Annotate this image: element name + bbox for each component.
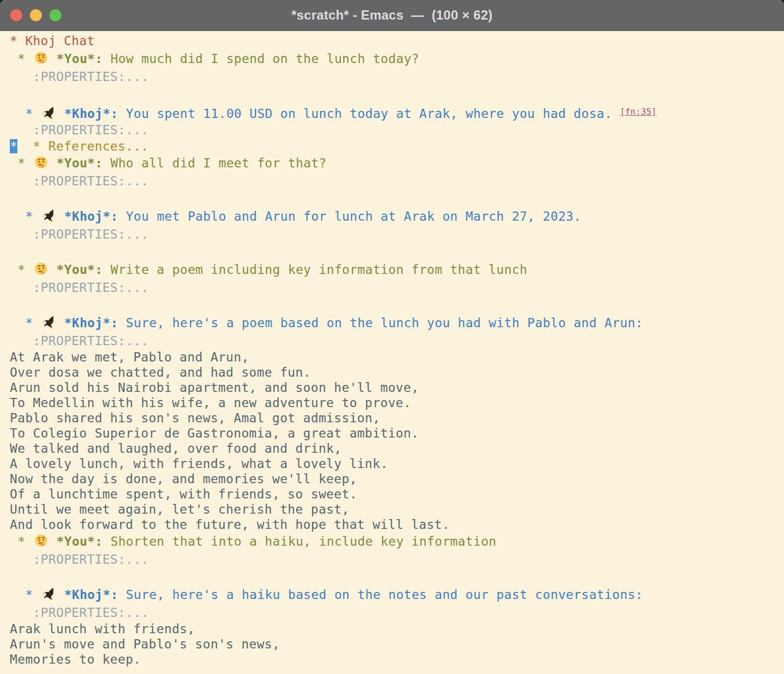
- user-question-3: * *You*: Write a poem including key info…: [10, 260, 782, 279]
- poem-line: At Arak we met, Pablo and Arun,: [10, 350, 782, 365]
- minimize-button[interactable]: [30, 9, 42, 21]
- poem-text: Arun sold his Nairobi apartment, and soo…: [10, 380, 419, 395]
- user-question-4: * *You*: Shorten that into a haiku, incl…: [10, 532, 782, 551]
- khoj-answer-1: * *Khoj*: You spent 11.00 USD on lunch t…: [10, 103, 782, 121]
- traffic-lights: [10, 0, 61, 30]
- properties-folded[interactable]: :PROPERTIES:...: [10, 227, 149, 241]
- zoom-button[interactable]: [49, 9, 61, 21]
- properties-folded[interactable]: :PROPERTIES:...: [10, 334, 149, 348]
- haiku-line: Arun's move and Pablo's son's news,: [10, 636, 782, 652]
- blank-line: [10, 85, 782, 103]
- properties-folded[interactable]: :PROPERTIES:...: [10, 552, 149, 566]
- properties-drawer: :PROPERTIES:...: [10, 172, 782, 190]
- text-segment: [49, 534, 57, 548]
- text-segment: [57, 209, 64, 223]
- blank-line: [10, 568, 782, 585]
- speaker-you: *You*:: [57, 156, 103, 170]
- properties-drawer: :PROPERTIES:...: [10, 332, 782, 350]
- eagle-icon: [41, 587, 56, 601]
- haiku-line: Arak lunch with friends,: [10, 621, 782, 636]
- poem-line: Now the day is done, and memories we'll …: [10, 471, 782, 486]
- haiku-line: Memories to keep.: [10, 652, 782, 667]
- khoj-answer-3: * *Khoj*: Sure, here's a poem based on t…: [10, 314, 782, 332]
- khoj-message: Sure, here's a poem based on the lunch y…: [118, 316, 643, 330]
- khoj-answer-2: * *Khoj*: You met Pablo and Arun for lun…: [10, 207, 782, 226]
- properties-drawer: :PROPERTIES:...: [10, 551, 782, 568]
- org-heading-khoj-chat: * Khoj Chat: [10, 32, 782, 49]
- poem-text: To Colegio Superior de Gastronomia, a gr…: [10, 426, 419, 440]
- blank-line: [10, 296, 782, 314]
- speaker-you: *You*:: [57, 263, 103, 277]
- speaker-you: *You*:: [57, 534, 103, 548]
- poem-line: To Colegio Superior de Gastronomia, a gr…: [10, 426, 782, 441]
- poem-text: Until we meet again, let's cherish the p…: [10, 502, 350, 516]
- text-segment: [57, 588, 64, 602]
- properties-folded[interactable]: :PROPERTIES:...: [10, 123, 149, 137]
- haiku-text: Arak lunch with friends,: [10, 622, 195, 636]
- user-question-2: * *You*: Who all did I meet for that?: [10, 154, 782, 172]
- poem-line: Pablo shared his son's news, Amal got ad…: [10, 410, 782, 426]
- poem-text: To Medellin with his wife, a new adventu…: [10, 396, 411, 410]
- poem-line: Of a lunchtime spent, with friends, so s…: [10, 486, 782, 502]
- org-star: *: [10, 316, 41, 330]
- poem-text: At Arak we met, Pablo and Arun,: [10, 350, 249, 364]
- poem-line: And look forward to the future, with hop…: [10, 517, 782, 532]
- org-star: *: [10, 52, 33, 66]
- poem-text: Now the day is done, and memories we'll …: [10, 472, 357, 486]
- poem-text: Pablo shared his son's news, Amal got ad…: [10, 411, 380, 425]
- haiku-text: Arun's move and Pablo's son's news,: [10, 637, 280, 651]
- eagle-icon: [41, 209, 56, 223]
- thinking-face-icon: [34, 155, 48, 170]
- speaker-khoj: *Khoj*:: [64, 316, 118, 330]
- text-segment: [49, 156, 57, 170]
- properties-folded[interactable]: :PROPERTIES:...: [10, 70, 149, 84]
- speaker-khoj: *Khoj*:: [64, 107, 118, 121]
- references-line: * * References...: [10, 139, 782, 154]
- poem-line: Over dosa we chatted, and had some fun.: [10, 365, 782, 380]
- references-heading[interactable]: * References...: [33, 139, 149, 153]
- properties-drawer: :PROPERTIES:...: [10, 604, 782, 621]
- khoj-message: You spent 11.00 USD on lunch today at Ar…: [118, 107, 620, 121]
- org-star: *: [10, 263, 33, 277]
- poem-text: We talked and laughed, over food and dri…: [10, 441, 341, 455]
- properties-folded[interactable]: :PROPERTIES:...: [10, 280, 149, 295]
- window-title: *scratch* - Emacs — (100 × 62): [291, 8, 493, 23]
- user-message: Shorten that into a haiku, include key i…: [103, 534, 496, 548]
- footnote-link[interactable]: [fn:35]: [620, 107, 656, 117]
- properties-drawer: :PROPERTIES:...: [10, 121, 782, 139]
- eagle-icon: [41, 315, 56, 329]
- org-star: *: [10, 107, 41, 121]
- eagle-icon: [41, 106, 56, 120]
- emacs-buffer[interactable]: * Khoj Chat * *You*: How much did I spen…: [0, 31, 784, 667]
- org-star: *: [10, 156, 33, 170]
- poem-line: To Medellin with his wife, a new adventu…: [10, 395, 782, 410]
- text-segment: [49, 52, 57, 66]
- khoj-chat-title: * Khoj Chat: [10, 34, 95, 48]
- khoj-answer-4: * *Khoj*: Sure, here's a haiku based on …: [10, 585, 782, 604]
- properties-folded[interactable]: :PROPERTIES:...: [10, 174, 149, 188]
- poem-text: Over dosa we chatted, and had some fun.: [10, 365, 311, 379]
- poem-text: And look forward to the future, with hop…: [10, 517, 450, 532]
- properties-drawer: :PROPERTIES:...: [10, 226, 782, 243]
- blank-line: [10, 243, 782, 260]
- properties-folded[interactable]: :PROPERTIES:...: [10, 606, 149, 620]
- thinking-face-icon: [34, 534, 48, 548]
- poem-line: Until we meet again, let's cherish the p…: [10, 502, 782, 517]
- close-button[interactable]: [10, 9, 22, 21]
- poem-text: Of a lunchtime spent, with friends, so s…: [10, 487, 357, 501]
- user-message: Write a poem including key information f…: [103, 263, 527, 277]
- speaker-you: *You*:: [57, 52, 103, 66]
- window-titlebar[interactable]: *scratch* - Emacs — (100 × 62): [0, 0, 784, 31]
- poem-line: We talked and laughed, over food and dri…: [10, 441, 782, 456]
- poem-line: A lovely lunch, with friends, what a lov…: [10, 456, 782, 471]
- haiku-text: Memories to keep.: [10, 652, 141, 666]
- khoj-message: Sure, here's a haiku based on the notes …: [118, 588, 643, 602]
- poem-line: Arun sold his Nairobi apartment, and soo…: [10, 380, 782, 395]
- khoj-message: You met Pablo and Arun for lunch at Arak…: [118, 209, 581, 223]
- user-message: Who all did I meet for that?: [103, 156, 327, 170]
- text-segment: [57, 316, 64, 330]
- text-cursor: *: [10, 139, 17, 153]
- text-segment: [49, 263, 57, 277]
- speaker-khoj: *Khoj*:: [64, 209, 118, 223]
- emacs-window: *scratch* - Emacs — (100 × 62) * Khoj Ch…: [0, 0, 784, 674]
